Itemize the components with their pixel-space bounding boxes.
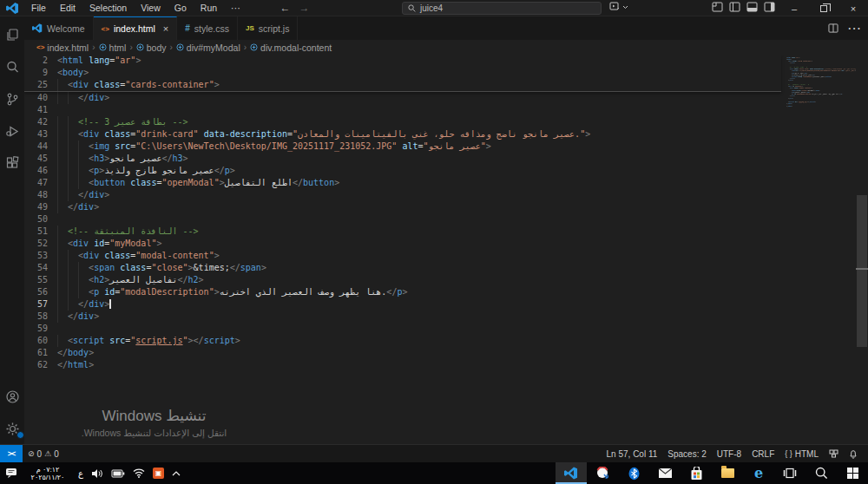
language-mode-status[interactable]: { }HTML xyxy=(779,449,824,459)
code-line[interactable]: 25<div class="cards-container"> xyxy=(24,79,781,91)
code-line[interactable]: 55<h2>تفاصيل العصير</h2> xyxy=(24,274,868,286)
close-button[interactable]: × xyxy=(838,0,868,16)
nav-back-icon[interactable]: ← xyxy=(280,2,291,14)
tab-close-icon[interactable]: × xyxy=(163,23,168,34)
code-line[interactable]: 61</body> xyxy=(24,347,868,359)
editor[interactable]: 2<html lang="ar">9<body>25<div class="ca… xyxy=(24,55,868,444)
menu-edit[interactable]: Edit xyxy=(53,0,82,16)
code-line[interactable]: 60<script src="script.js"></script> xyxy=(24,335,868,347)
taskbar-mail-button[interactable] xyxy=(649,462,681,484)
code-line[interactable]: 57</div> xyxy=(24,298,868,311)
taskbar-clock[interactable]: ٠٧:١٢ م ٢٠٢٥/١١/٢٠ xyxy=(25,466,70,481)
menu-selection[interactable]: Selection xyxy=(82,0,134,16)
editor-more-actions-icon[interactable]: ⋯ xyxy=(847,20,861,36)
toggle-panel-icon[interactable] xyxy=(746,2,758,12)
breadcrumb-modal-content[interactable]: div.modal-content xyxy=(250,43,332,53)
command-search-input[interactable]: juice4 xyxy=(402,2,602,15)
code-line[interactable]: 53<div class="modal-content"> xyxy=(24,250,868,262)
tab-index-html[interactable]: <> index.html × xyxy=(94,16,178,40)
code-line[interactable]: 52<div id="myModal"> xyxy=(24,238,868,250)
taskbar-store-button[interactable] xyxy=(681,462,712,484)
encoding-status[interactable]: UTF-8 xyxy=(712,449,746,459)
indentation-status[interactable]: Spaces: 2 xyxy=(662,449,711,459)
breadcrumb-body[interactable]: body xyxy=(136,43,167,53)
breadcrumb-separator: › xyxy=(170,43,173,52)
toggle-sidebar-icon[interactable] xyxy=(729,2,740,12)
battery-icon[interactable] xyxy=(111,469,125,478)
menu-view[interactable]: View xyxy=(134,0,168,16)
code-line[interactable]: 59 xyxy=(24,323,868,335)
taskbar-search-button[interactable] xyxy=(806,462,837,484)
taskbar-edge-button[interactable]: e xyxy=(743,462,774,484)
code-line[interactable]: 41 xyxy=(24,104,868,116)
windows-logo-icon xyxy=(846,467,859,480)
code-line[interactable]: 49</div> xyxy=(24,201,868,213)
code-line[interactable]: 42<!-- بطاقة عصير 3 --> xyxy=(24,116,868,128)
breadcrumb-file[interactable]: <>index.html xyxy=(36,43,89,53)
menu-go[interactable]: Go xyxy=(168,0,194,16)
tab-script-js[interactable]: JS script.js xyxy=(238,16,298,40)
tab-style-css[interactable]: # style.css xyxy=(177,16,238,40)
wifi-icon[interactable] xyxy=(133,468,145,478)
problems-status[interactable]: ⊘0 ⚠0 xyxy=(23,449,64,459)
restore-button[interactable] xyxy=(809,0,838,16)
taskbar-task-view-button[interactable] xyxy=(774,462,806,484)
breadcrumb-separator: › xyxy=(244,43,247,52)
code-line[interactable]: 58</div> xyxy=(24,311,868,323)
code-line[interactable]: 40</div> xyxy=(24,92,868,104)
nav-forward-icon[interactable]: → xyxy=(299,2,310,14)
code-line[interactable]: 56<p id="modalDescription">هنا يظهر وصف … xyxy=(24,286,868,298)
code-line[interactable]: 50 xyxy=(24,213,868,226)
remote-indicator[interactable]: >< xyxy=(0,445,23,462)
source-control-icon[interactable] xyxy=(3,90,21,108)
search-value: juice4 xyxy=(420,3,443,13)
menu-file[interactable]: File xyxy=(24,0,53,16)
sticky-scroll[interactable]: 2<html lang="ar">9<body>25<div class="ca… xyxy=(24,55,781,92)
notifications-bell-icon[interactable] xyxy=(844,449,863,459)
tab-welcome[interactable]: Welcome xyxy=(24,16,94,40)
explorer-icon[interactable] xyxy=(3,26,21,43)
accounts-icon[interactable] xyxy=(3,388,21,405)
code-line[interactable]: 43<div class="drink-card" data-descripti… xyxy=(24,128,868,141)
taskbar-snipping-tool-button[interactable] xyxy=(587,462,618,484)
hidden-icons-chevron[interactable] xyxy=(172,471,181,476)
cursor-position-status[interactable]: Ln 57, Col 11 xyxy=(602,449,663,459)
code-line[interactable]: 62</html> xyxy=(24,359,868,371)
code-line[interactable]: 51<!-- النافذة المنبثقة --> xyxy=(24,226,868,238)
notification-tray-icon[interactable] xyxy=(5,468,17,479)
code-area[interactable]: 40</div>4142<!-- بطاقة عصير 3 -->43<div … xyxy=(24,92,868,371)
minimize-button[interactable]: – xyxy=(779,0,809,16)
customize-layout-icon[interactable] xyxy=(712,2,723,12)
code-line[interactable]: 45<h3>عصير مانجو</h3> xyxy=(24,153,868,165)
extensions-icon[interactable] xyxy=(3,154,21,172)
start-button[interactable] xyxy=(837,462,868,484)
code-line[interactable]: 2<html lang="ar"> xyxy=(24,55,781,67)
code-line[interactable]: 48</div> xyxy=(24,189,868,201)
breadcrumb-mymodal[interactable]: div#myModal xyxy=(176,43,240,53)
split-editor-icon[interactable] xyxy=(828,23,838,33)
taskbar-vscode-button[interactable] xyxy=(556,462,587,484)
code-line[interactable]: 9<body> xyxy=(24,67,781,79)
taskbar-bluetooth-button[interactable] xyxy=(618,462,649,484)
language-indicator[interactable]: ع xyxy=(78,468,83,478)
ports-icon[interactable] xyxy=(824,449,844,458)
code-line[interactable]: 44<img src="C:\Users\NewTech\Desktop/IMG… xyxy=(24,141,868,153)
toggle-secondary-sidebar-icon[interactable] xyxy=(764,2,775,12)
run-debug-icon[interactable] xyxy=(3,122,21,140)
menu-run[interactable]: Run xyxy=(194,0,224,16)
code-line[interactable]: 46<p>عصير مانجو طازج ولذيذ</p> xyxy=(24,165,868,177)
orange-tray-app-icon[interactable]: ▣ xyxy=(153,468,164,479)
editor-scrollbar[interactable] xyxy=(856,55,868,444)
search-sidebar-icon[interactable] xyxy=(3,58,21,75)
eol-status[interactable]: CRLF xyxy=(746,449,779,459)
minimap[interactable]: 2<html lang="ar">9<body>25<div class="ca… xyxy=(786,56,856,213)
run-task-button[interactable] xyxy=(609,2,628,12)
volume-icon[interactable] xyxy=(91,468,103,479)
taskbar-file-explorer-button[interactable] xyxy=(712,462,743,484)
code-line[interactable]: 47<button class="openModal">اطلع التفاصي… xyxy=(24,177,868,189)
breadcrumb-html[interactable]: html xyxy=(99,43,127,53)
settings-gear-icon[interactable] xyxy=(3,420,21,437)
scrollbar-thumb[interactable] xyxy=(857,195,867,347)
menu-more[interactable]: ⋯ xyxy=(224,0,247,16)
code-line[interactable]: 54<span class="close">&times;</span> xyxy=(24,262,868,274)
